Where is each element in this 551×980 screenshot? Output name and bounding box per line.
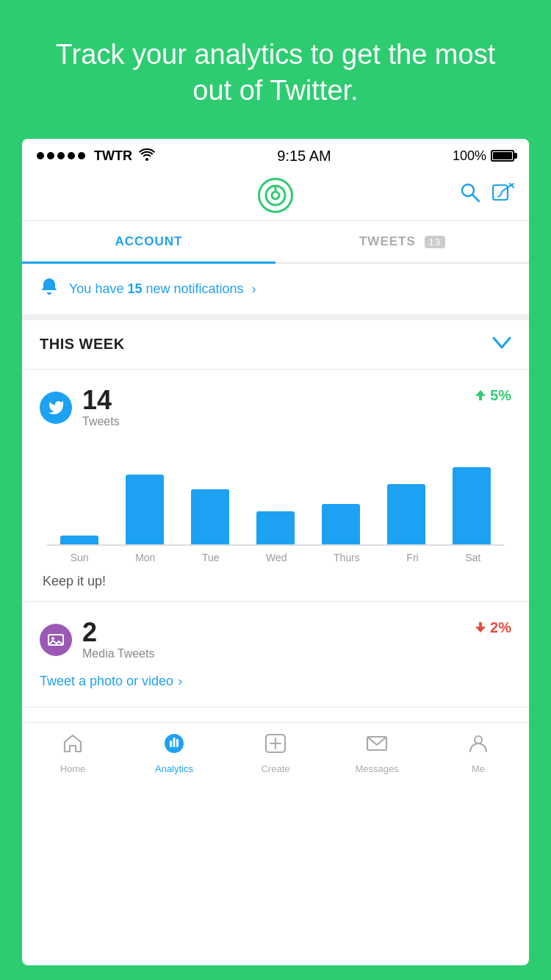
svg-point-11 [51, 637, 54, 640]
media-stat-header: 2 Media Tweets 2% [40, 619, 511, 660]
status-left: TWTR [37, 148, 156, 165]
stat-header: 14 Tweets 5% [40, 387, 511, 428]
bar-sat [439, 467, 504, 544]
messages-nav-label: Messages [355, 763, 398, 774]
tab-tweets[interactable]: TWEETS 13 [276, 221, 529, 262]
messages-icon [366, 733, 388, 759]
svg-rect-5 [493, 185, 508, 200]
svg-line-4 [472, 195, 479, 201]
week-label: THIS WEEK [40, 336, 125, 353]
svg-line-9 [498, 195, 500, 197]
nav-analytics[interactable]: Analytics [123, 733, 225, 774]
media-label: Media Tweets [82, 647, 154, 660]
header-icons [460, 182, 514, 208]
notification-bar[interactable]: You have 15 new notifications › [22, 264, 529, 320]
bar-mon [112, 475, 178, 544]
wifi-icon [138, 148, 156, 165]
tweets-stat-left: 14 Tweets [40, 387, 120, 428]
week-section[interactable]: THIS WEEK [22, 320, 529, 370]
battery-percent: 100% [453, 148, 486, 164]
tweets-change: 5% [474, 387, 511, 404]
nav-me[interactable]: Me [428, 733, 529, 774]
bottom-nav: Home Analytics Create Messages [22, 722, 529, 788]
battery-icon [491, 150, 514, 162]
encouragement-text: Keep it up! [40, 574, 511, 589]
week-chevron-icon [492, 335, 511, 354]
banner-heading: Track your analytics to get the most out… [44, 37, 507, 109]
create-icon [264, 733, 287, 759]
compose-icon[interactable] [492, 182, 514, 208]
carrier-label: TWTR [94, 148, 132, 164]
tweets-count: 14 [82, 387, 120, 414]
bar-fri [373, 484, 439, 544]
app-header [22, 170, 529, 221]
bell-icon [40, 277, 59, 301]
media-icon [40, 624, 72, 656]
header-banner: Track your analytics to get the most out… [0, 0, 551, 139]
status-time: 9:15 AM [277, 148, 331, 165]
nav-messages[interactable]: Messages [326, 733, 428, 774]
status-right: 100% [453, 148, 514, 164]
tweets-icon [40, 392, 72, 424]
svg-point-1 [272, 192, 279, 199]
nav-create[interactable]: Create [225, 733, 326, 774]
search-icon[interactable] [460, 182, 480, 208]
me-nav-label: Me [472, 763, 485, 774]
svg-rect-14 [173, 738, 176, 747]
content-spacer [22, 707, 529, 722]
svg-point-20 [475, 736, 482, 743]
tweets-badge: 13 [425, 236, 445, 248]
create-nav-label: Create [261, 763, 289, 774]
signal-dots [37, 152, 85, 159]
bar-sun [47, 536, 112, 544]
status-bar: TWTR 9:15 AM 100% [22, 139, 529, 170]
tab-account[interactable]: ACCOUNT [22, 221, 276, 262]
me-icon [468, 733, 489, 759]
bar-chart: Sun Mon Tue Wed Thurs Fri Sat [40, 443, 511, 563]
notification-text: You have 15 new notifications › [69, 281, 256, 297]
media-count: 2 [82, 619, 154, 646]
svg-line-8 [500, 191, 503, 195]
home-icon [62, 733, 83, 759]
app-logo [258, 178, 293, 213]
tweets-count-group: 14 Tweets [82, 387, 120, 428]
chart-bars [47, 443, 504, 546]
media-change: 2% [474, 619, 511, 636]
bar-tue [178, 489, 243, 544]
home-nav-label: Home [60, 763, 86, 774]
bar-thurs [308, 504, 373, 544]
svg-rect-15 [176, 739, 179, 747]
media-stat-left: 2 Media Tweets [40, 619, 154, 660]
tabs: ACCOUNT TWEETS 13 [22, 221, 529, 264]
phone-container: TWTR 9:15 AM 100% [22, 139, 529, 965]
chart-labels: Sun Mon Tue Wed Thurs Fri Sat [47, 546, 504, 563]
tweet-cta[interactable]: Tweet a photo or video › [40, 671, 511, 699]
analytics-icon [163, 733, 185, 759]
media-count-group: 2 Media Tweets [82, 619, 154, 660]
bar-wed [243, 511, 309, 544]
media-stat-section: 2 Media Tweets 2% Tweet a photo or video… [22, 602, 529, 707]
svg-rect-13 [170, 741, 172, 747]
analytics-nav-label: Analytics [155, 763, 193, 774]
tweets-label: Tweets [82, 415, 120, 428]
tweets-stat-section: 14 Tweets 5% [22, 370, 529, 602]
nav-home[interactable]: Home [22, 733, 123, 774]
